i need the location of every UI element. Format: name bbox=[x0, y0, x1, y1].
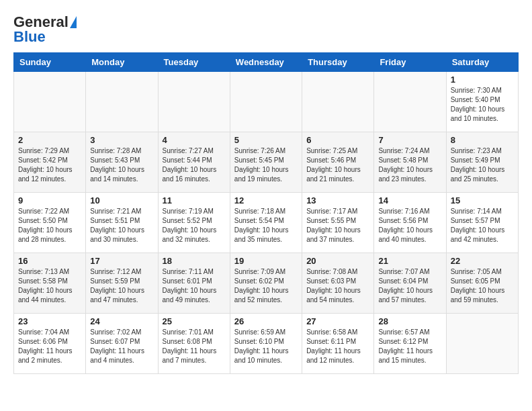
calendar-week-row: 1Sunrise: 7:30 AM Sunset: 5:40 PM Daylig… bbox=[14, 72, 519, 132]
day-info: Sunrise: 7:27 AM Sunset: 5:44 PM Dayligh… bbox=[163, 146, 226, 184]
day-number: 11 bbox=[163, 195, 226, 205]
day-number: 4 bbox=[163, 135, 226, 145]
day-number: 25 bbox=[163, 316, 226, 326]
calendar-cell: 3Sunrise: 7:28 AM Sunset: 5:43 PM Daylig… bbox=[86, 132, 158, 193]
day-number: 28 bbox=[378, 316, 441, 326]
calendar-cell: 12Sunrise: 7:18 AM Sunset: 5:54 PM Dayli… bbox=[230, 193, 302, 253]
logo-triangle-icon bbox=[70, 16, 77, 28]
day-number: 18 bbox=[163, 256, 226, 266]
logo-blue-text: Blue bbox=[13, 28, 46, 46]
day-info: Sunrise: 7:02 AM Sunset: 6:07 PM Dayligh… bbox=[90, 328, 153, 365]
day-info: Sunrise: 7:01 AM Sunset: 6:08 PM Dayligh… bbox=[163, 328, 226, 365]
calendar-cell: 10Sunrise: 7:21 AM Sunset: 5:51 PM Dayli… bbox=[86, 193, 158, 253]
calendar-cell: 2Sunrise: 7:29 AM Sunset: 5:42 PM Daylig… bbox=[14, 132, 86, 193]
day-number: 13 bbox=[306, 195, 369, 205]
calendar-day-header: Saturday bbox=[446, 53, 518, 72]
calendar-cell: 22Sunrise: 7:05 AM Sunset: 6:05 PM Dayli… bbox=[446, 253, 518, 314]
calendar-cell: 17Sunrise: 7:12 AM Sunset: 5:59 PM Dayli… bbox=[86, 253, 158, 314]
day-info: Sunrise: 7:29 AM Sunset: 5:42 PM Dayligh… bbox=[18, 146, 81, 184]
calendar-week-row: 23Sunrise: 7:04 AM Sunset: 6:06 PM Dayli… bbox=[14, 314, 519, 374]
day-number: 16 bbox=[18, 256, 81, 266]
day-info: Sunrise: 7:07 AM Sunset: 6:04 PM Dayligh… bbox=[378, 267, 441, 305]
day-number: 12 bbox=[234, 195, 298, 205]
day-info: Sunrise: 7:18 AM Sunset: 5:54 PM Dayligh… bbox=[234, 207, 298, 244]
calendar-day-header: Thursday bbox=[302, 53, 374, 72]
day-number: 8 bbox=[451, 135, 514, 145]
calendar-cell: 23Sunrise: 7:04 AM Sunset: 6:06 PM Dayli… bbox=[14, 314, 86, 374]
calendar-day-header: Friday bbox=[374, 53, 446, 72]
day-number: 6 bbox=[306, 135, 369, 145]
calendar-cell: 8Sunrise: 7:23 AM Sunset: 5:49 PM Daylig… bbox=[446, 132, 518, 193]
calendar-cell bbox=[86, 72, 158, 132]
calendar-table: SundayMondayTuesdayWednesdayThursdayFrid… bbox=[13, 52, 519, 374]
calendar-cell: 4Sunrise: 7:27 AM Sunset: 5:44 PM Daylig… bbox=[158, 132, 230, 193]
day-number: 20 bbox=[306, 256, 369, 266]
calendar-cell: 19Sunrise: 7:09 AM Sunset: 6:02 PM Dayli… bbox=[230, 253, 302, 314]
day-number: 26 bbox=[234, 316, 298, 326]
calendar-cell: 14Sunrise: 7:16 AM Sunset: 5:56 PM Dayli… bbox=[374, 193, 446, 253]
calendar-cell: 21Sunrise: 7:07 AM Sunset: 6:04 PM Dayli… bbox=[374, 253, 446, 314]
calendar-cell: 5Sunrise: 7:26 AM Sunset: 5:45 PM Daylig… bbox=[230, 132, 302, 193]
day-info: Sunrise: 7:17 AM Sunset: 5:55 PM Dayligh… bbox=[306, 207, 369, 244]
page-header: General Blue bbox=[13, 13, 519, 46]
day-number: 3 bbox=[90, 135, 153, 145]
calendar-cell: 16Sunrise: 7:13 AM Sunset: 5:58 PM Dayli… bbox=[14, 253, 86, 314]
logo: General Blue bbox=[13, 13, 77, 46]
calendar-cell bbox=[446, 314, 518, 374]
calendar-cell: 13Sunrise: 7:17 AM Sunset: 5:55 PM Dayli… bbox=[302, 193, 374, 253]
day-number: 27 bbox=[306, 316, 369, 326]
calendar-day-header: Tuesday bbox=[158, 53, 230, 72]
calendar-cell: 7Sunrise: 7:24 AM Sunset: 5:48 PM Daylig… bbox=[374, 132, 446, 193]
calendar-day-header: Wednesday bbox=[230, 53, 302, 72]
day-info: Sunrise: 7:26 AM Sunset: 5:45 PM Dayligh… bbox=[234, 146, 298, 184]
calendar-cell: 1Sunrise: 7:30 AM Sunset: 5:40 PM Daylig… bbox=[446, 72, 518, 132]
calendar-day-header: Monday bbox=[86, 53, 158, 72]
day-number: 9 bbox=[18, 195, 81, 205]
calendar-cell bbox=[230, 72, 302, 132]
day-info: Sunrise: 7:05 AM Sunset: 6:05 PM Dayligh… bbox=[451, 267, 514, 305]
calendar-cell: 25Sunrise: 7:01 AM Sunset: 6:08 PM Dayli… bbox=[158, 314, 230, 374]
calendar-cell: 20Sunrise: 7:08 AM Sunset: 6:03 PM Dayli… bbox=[302, 253, 374, 314]
day-info: Sunrise: 7:09 AM Sunset: 6:02 PM Dayligh… bbox=[234, 267, 298, 305]
day-number: 22 bbox=[451, 256, 514, 266]
calendar-week-row: 16Sunrise: 7:13 AM Sunset: 5:58 PM Dayli… bbox=[14, 253, 519, 314]
day-number: 21 bbox=[378, 256, 441, 266]
calendar-cell: 27Sunrise: 6:58 AM Sunset: 6:11 PM Dayli… bbox=[302, 314, 374, 374]
calendar-cell: 6Sunrise: 7:25 AM Sunset: 5:46 PM Daylig… bbox=[302, 132, 374, 193]
day-info: Sunrise: 7:25 AM Sunset: 5:46 PM Dayligh… bbox=[306, 146, 369, 184]
day-number: 19 bbox=[234, 256, 298, 266]
day-number: 17 bbox=[90, 256, 153, 266]
calendar-cell: 18Sunrise: 7:11 AM Sunset: 6:01 PM Dayli… bbox=[158, 253, 230, 314]
calendar-cell bbox=[14, 72, 86, 132]
calendar-cell: 9Sunrise: 7:22 AM Sunset: 5:50 PM Daylig… bbox=[14, 193, 86, 253]
day-number: 24 bbox=[90, 316, 153, 326]
calendar-cell bbox=[302, 72, 374, 132]
calendar-week-row: 9Sunrise: 7:22 AM Sunset: 5:50 PM Daylig… bbox=[14, 193, 519, 253]
day-number: 5 bbox=[234, 135, 298, 145]
day-info: Sunrise: 7:30 AM Sunset: 5:40 PM Dayligh… bbox=[451, 86, 514, 124]
day-number: 10 bbox=[90, 195, 153, 205]
day-info: Sunrise: 7:08 AM Sunset: 6:03 PM Dayligh… bbox=[306, 267, 369, 305]
calendar-cell: 15Sunrise: 7:14 AM Sunset: 5:57 PM Dayli… bbox=[446, 193, 518, 253]
day-number: 15 bbox=[451, 195, 514, 205]
day-info: Sunrise: 7:14 AM Sunset: 5:57 PM Dayligh… bbox=[451, 207, 514, 244]
day-info: Sunrise: 6:57 AM Sunset: 6:12 PM Dayligh… bbox=[378, 328, 441, 365]
day-number: 7 bbox=[378, 135, 441, 145]
day-info: Sunrise: 6:58 AM Sunset: 6:11 PM Dayligh… bbox=[306, 328, 369, 365]
calendar-header-row: SundayMondayTuesdayWednesdayThursdayFrid… bbox=[14, 53, 519, 72]
day-info: Sunrise: 7:11 AM Sunset: 6:01 PM Dayligh… bbox=[163, 267, 226, 305]
calendar-cell: 26Sunrise: 6:59 AM Sunset: 6:10 PM Dayli… bbox=[230, 314, 302, 374]
day-info: Sunrise: 7:23 AM Sunset: 5:49 PM Dayligh… bbox=[451, 146, 514, 184]
calendar-cell: 28Sunrise: 6:57 AM Sunset: 6:12 PM Dayli… bbox=[374, 314, 446, 374]
day-number: 2 bbox=[18, 135, 81, 145]
calendar-cell bbox=[158, 72, 230, 132]
day-info: Sunrise: 7:28 AM Sunset: 5:43 PM Dayligh… bbox=[90, 146, 153, 184]
day-info: Sunrise: 7:19 AM Sunset: 5:52 PM Dayligh… bbox=[163, 207, 226, 244]
day-info: Sunrise: 7:13 AM Sunset: 5:58 PM Dayligh… bbox=[18, 267, 81, 305]
day-info: Sunrise: 7:24 AM Sunset: 5:48 PM Dayligh… bbox=[378, 146, 441, 184]
calendar-day-header: Sunday bbox=[14, 53, 86, 72]
day-info: Sunrise: 6:59 AM Sunset: 6:10 PM Dayligh… bbox=[234, 328, 298, 365]
day-info: Sunrise: 7:04 AM Sunset: 6:06 PM Dayligh… bbox=[18, 328, 81, 365]
day-info: Sunrise: 7:22 AM Sunset: 5:50 PM Dayligh… bbox=[18, 207, 81, 244]
calendar-cell: 11Sunrise: 7:19 AM Sunset: 5:52 PM Dayli… bbox=[158, 193, 230, 253]
